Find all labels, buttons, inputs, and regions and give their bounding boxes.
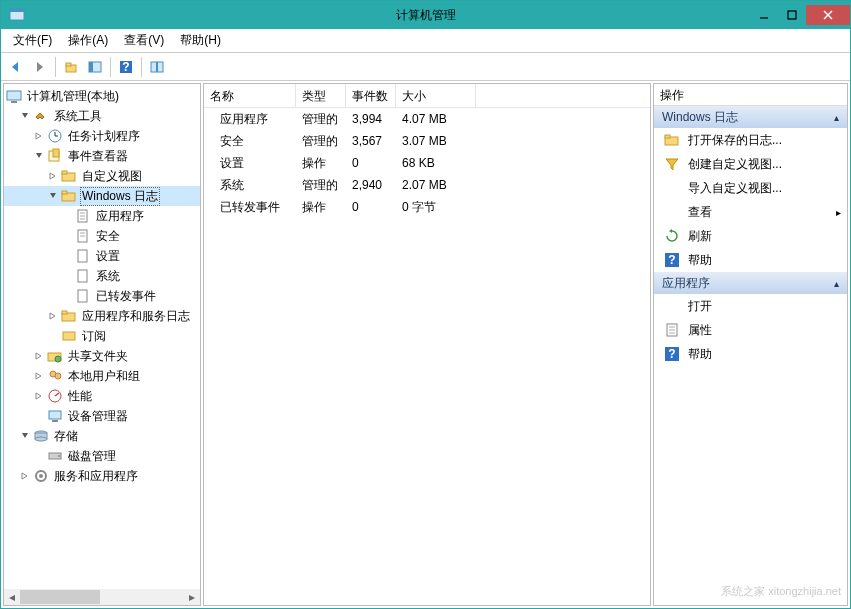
action-create-custom-view[interactable]: 创建自定义视图... bbox=[654, 152, 847, 176]
tree-device-manager[interactable]: 设备管理器 bbox=[4, 406, 200, 426]
list-row[interactable]: 应用程序管理的3,9944.07 MB bbox=[204, 108, 650, 130]
blank-icon bbox=[664, 298, 680, 314]
forward-button[interactable] bbox=[29, 56, 51, 78]
help-icon: ? bbox=[664, 252, 680, 268]
blank-icon bbox=[664, 204, 680, 220]
tools-icon bbox=[33, 108, 49, 124]
expander-icon[interactable] bbox=[48, 171, 59, 182]
tree-windows-logs[interactable]: Windows 日志 bbox=[4, 186, 200, 206]
svg-rect-3 bbox=[788, 11, 796, 19]
tree-performance[interactable]: 性能 bbox=[4, 386, 200, 406]
svg-marker-6 bbox=[12, 62, 18, 72]
expander-icon[interactable] bbox=[34, 131, 45, 142]
tree-task-scheduler[interactable]: 任务计划程序 bbox=[4, 126, 200, 146]
action-view[interactable]: 查看 ▸ bbox=[654, 200, 847, 224]
list-row[interactable]: 已转发事件操作00 字节 bbox=[204, 196, 650, 218]
scroll-left-button[interactable]: ◂ bbox=[4, 589, 20, 605]
shared-folder-icon bbox=[47, 348, 63, 364]
properties-button[interactable] bbox=[146, 56, 168, 78]
expander-icon[interactable] bbox=[48, 191, 59, 202]
cell-size: 4.07 MB bbox=[396, 110, 476, 128]
svg-marker-57 bbox=[22, 433, 28, 438]
tree-system-tools[interactable]: 系统工具 bbox=[4, 106, 200, 126]
tree-security-log[interactable]: 安全 bbox=[4, 226, 200, 246]
action-properties[interactable]: 属性 bbox=[654, 318, 847, 342]
collapse-icon: ▴ bbox=[834, 112, 839, 123]
cell-events: 2,940 bbox=[346, 176, 396, 194]
action-open[interactable]: 打开 bbox=[654, 294, 847, 318]
svg-marker-26 bbox=[50, 173, 55, 179]
disk-icon bbox=[47, 448, 63, 464]
column-header-events[interactable]: 事件数 bbox=[346, 84, 396, 107]
tree-shared-folders[interactable]: 共享文件夹 bbox=[4, 346, 200, 366]
up-button[interactable] bbox=[60, 56, 82, 78]
svg-marker-69 bbox=[669, 229, 672, 233]
column-header-type[interactable]: 类型 bbox=[296, 84, 346, 107]
svg-rect-56 bbox=[52, 420, 58, 422]
tree-services-apps[interactable]: 服务和应用程序 bbox=[4, 466, 200, 486]
expander-icon[interactable] bbox=[34, 151, 45, 162]
minimize-button[interactable] bbox=[750, 5, 778, 25]
expander-icon[interactable] bbox=[20, 431, 31, 442]
tree-root[interactable]: 计算机管理(本地) bbox=[4, 86, 200, 106]
svg-rect-41 bbox=[78, 290, 87, 302]
action-help2[interactable]: ? 帮助 bbox=[654, 342, 847, 366]
expander-icon[interactable] bbox=[34, 351, 45, 362]
list-row[interactable]: 系统管理的2,9402.07 MB bbox=[204, 174, 650, 196]
show-hide-tree-button[interactable] bbox=[84, 56, 106, 78]
folder-open-icon bbox=[664, 132, 680, 148]
back-button[interactable] bbox=[5, 56, 27, 78]
svg-point-60 bbox=[35, 437, 47, 441]
actions-section-windows-logs[interactable]: Windows 日志 ▴ bbox=[654, 106, 847, 128]
svg-rect-67 bbox=[665, 135, 670, 138]
tree-forwarded-log[interactable]: 已转发事件 bbox=[4, 286, 200, 306]
tree-apps-services-log[interactable]: 应用程序和服务日志 bbox=[4, 306, 200, 326]
menu-file[interactable]: 文件(F) bbox=[5, 30, 60, 51]
menu-view[interactable]: 查看(V) bbox=[116, 30, 172, 51]
expander-icon[interactable] bbox=[20, 111, 31, 122]
tree-setup-log[interactable]: 设置 bbox=[4, 246, 200, 266]
tree-system-log[interactable]: 系统 bbox=[4, 266, 200, 286]
svg-rect-17 bbox=[11, 101, 17, 103]
svg-point-48 bbox=[55, 356, 61, 362]
cell-type: 管理的 bbox=[296, 175, 346, 196]
menu-action[interactable]: 操作(A) bbox=[60, 30, 116, 51]
column-header-name[interactable]: 名称 bbox=[204, 84, 296, 107]
services-icon bbox=[33, 468, 49, 484]
column-header-size[interactable]: 大小 bbox=[396, 84, 476, 107]
actions-header: 操作 bbox=[654, 84, 847, 106]
menu-help[interactable]: 帮助(H) bbox=[172, 30, 229, 51]
action-refresh[interactable]: 刷新 bbox=[654, 224, 847, 248]
svg-point-51 bbox=[55, 373, 61, 379]
list-body: 应用程序管理的3,9944.07 MB安全管理的3,5673.07 MB设置操作… bbox=[204, 108, 650, 218]
list-row[interactable]: 安全管理的3,5673.07 MB bbox=[204, 130, 650, 152]
tree-scrollbar-horizontal[interactable]: ◂ ▸ bbox=[4, 589, 200, 605]
log-icon bbox=[75, 288, 91, 304]
event-viewer-icon bbox=[47, 148, 63, 164]
tree-custom-views[interactable]: 自定义视图 bbox=[4, 166, 200, 186]
expander-icon[interactable] bbox=[20, 471, 31, 482]
help-button[interactable]: ? bbox=[115, 56, 137, 78]
expander-icon[interactable] bbox=[48, 311, 59, 322]
expander-icon[interactable] bbox=[34, 391, 45, 402]
scroll-right-button[interactable]: ▸ bbox=[184, 589, 200, 605]
tree-app-log[interactable]: 应用程序 bbox=[4, 206, 200, 226]
refresh-icon bbox=[664, 228, 680, 244]
tree-storage[interactable]: 存储 bbox=[4, 426, 200, 446]
device-icon bbox=[47, 408, 63, 424]
tree-disk-mgmt[interactable]: 磁盘管理 bbox=[4, 446, 200, 466]
action-open-saved-log[interactable]: 打开保存的日志... bbox=[654, 128, 847, 152]
maximize-button[interactable] bbox=[778, 5, 806, 25]
tree-subscriptions[interactable]: 订阅 bbox=[4, 326, 200, 346]
action-import-custom-view[interactable]: 导入自定义视图... bbox=[654, 176, 847, 200]
actions-section-application[interactable]: 应用程序 ▴ bbox=[654, 272, 847, 294]
action-help[interactable]: ? 帮助 bbox=[654, 248, 847, 272]
svg-rect-15 bbox=[156, 62, 158, 72]
expander-icon[interactable] bbox=[34, 371, 45, 382]
list-row[interactable]: 设置操作068 KB bbox=[204, 152, 650, 174]
scroll-thumb[interactable] bbox=[20, 590, 100, 604]
svg-marker-49 bbox=[36, 373, 41, 379]
close-button[interactable] bbox=[806, 5, 850, 25]
tree-event-viewer[interactable]: 事件查看器 bbox=[4, 146, 200, 166]
tree-local-users[interactable]: 本地用户和组 bbox=[4, 366, 200, 386]
